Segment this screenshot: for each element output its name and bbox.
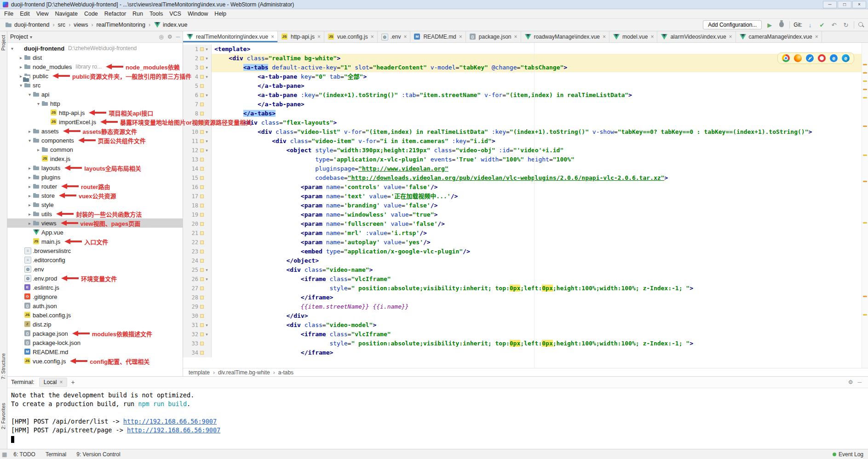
close-icon[interactable]: × — [59, 379, 63, 385]
fold-icon[interactable]: ▾ — [204, 275, 210, 284]
code-line-34[interactable]: 34 </iframe> — [183, 348, 862, 357]
code-line-11[interactable]: 11▾ <div class="video-item" v-for="i in … — [183, 137, 862, 146]
chevron-down-icon[interactable]: ▾ — [18, 83, 24, 88]
tree-item-http-api-js[interactable]: http-api.js项目相关api接口 — [7, 108, 183, 117]
hide-panel-icon[interactable]: ─ — [176, 34, 180, 40]
code-line-14[interactable]: 14 pluginspage="http://www.videolan.org" — [183, 164, 862, 173]
tree-item-dist-zip[interactable]: dist.zip — [7, 320, 183, 329]
chevron-down-icon[interactable]: ▾ — [30, 34, 32, 40]
chevron-right-icon[interactable]: ▸ — [18, 64, 24, 69]
stripe-project[interactable]: Project — [0, 35, 6, 51]
editor-tab-realtimemonitoring-index-vue[interactable]: realTimeMonitoring\index.vue× — [183, 31, 278, 42]
close-tab-icon[interactable]: × — [514, 34, 517, 40]
close-tab-icon[interactable]: × — [459, 34, 462, 40]
editor-tab-http-api-js[interactable]: http-api.js× — [278, 31, 324, 42]
git-update-button[interactable]: ↓ — [806, 22, 814, 29]
menu-file[interactable]: File — [1, 10, 17, 18]
chevron-right-icon[interactable]: ▸ — [18, 55, 24, 60]
statusbar-9-version-control[interactable]: 9: Version Control — [76, 451, 120, 458]
code-line-22[interactable]: 22 <param name='autoplay' value='yes'/> — [183, 238, 862, 247]
tree-item-package-json[interactable]: package.jsonmodules依赖描述文件 — [7, 329, 183, 338]
tree-item-env-prod[interactable]: .env.prod环境变量文件 — [7, 274, 183, 283]
code-line-6[interactable]: 6▾ <a-tab-pane :key="(index+1).toString(… — [183, 91, 862, 100]
breadcrumb-item-index-vue[interactable]: index.vue — [152, 21, 189, 29]
chevron-down-icon[interactable]: ▾ — [35, 101, 41, 106]
close-tab-icon[interactable]: × — [317, 34, 321, 40]
tree-item-public[interactable]: ▸publicpublic资源文件夹，一般放引用的第三方插件 — [7, 71, 183, 80]
fold-icon[interactable]: ▾ — [204, 146, 210, 155]
chevron-right-icon[interactable]: ▸ — [27, 166, 33, 171]
code-line-5[interactable]: 5 </a-tab-pane> — [183, 81, 862, 91]
code-line-2[interactable]: 2▾ <div class="realTime bg-white"> — [183, 54, 862, 63]
close-tab-icon[interactable]: × — [650, 34, 654, 40]
chrome-browser-icon[interactable] — [782, 54, 790, 62]
opera-browser-icon[interactable] — [818, 54, 826, 62]
tree-item-views[interactable]: ▸viewsview视图、pages页面 — [7, 218, 183, 228]
close-tab-icon[interactable]: × — [729, 34, 732, 40]
code-line-27[interactable]: 27 style=" position:absolute;visibility:… — [183, 284, 862, 293]
code-line-31[interactable]: 31▾ <div class="video-model"> — [183, 321, 862, 330]
tree-item-readme-md[interactable]: README.md — [7, 347, 183, 356]
code-line-16[interactable]: 16 <param name='controls' value='false'/… — [183, 183, 862, 192]
editor-scrollbar[interactable] — [862, 43, 868, 368]
gear-icon[interactable]: ⚙ — [167, 34, 172, 40]
tree-item-dist[interactable]: ▸dist — [7, 53, 183, 62]
git-revert-button[interactable]: ↶ — [830, 22, 838, 29]
code-line-26[interactable]: 26▾ <iframe class="vlcIframe" — [183, 275, 862, 284]
editor-tab-roadwaymanage-index-vue[interactable]: roadwayManage\index.vue× — [521, 31, 609, 42]
fold-icon[interactable]: ▾ — [204, 54, 210, 63]
tree-item-utils[interactable]: ▸utils封装的一些公共函数方法 — [7, 209, 183, 218]
tree-item-src[interactable]: ▾src — [7, 80, 183, 90]
code-area[interactable]: 1▾<template>2▾ <div class="realTime bg-w… — [183, 43, 862, 368]
chevron-right-icon[interactable]: ▸ — [27, 212, 33, 217]
close-tab-icon[interactable]: × — [403, 34, 407, 40]
breadcrumb-item-src[interactable]: src — [56, 21, 67, 29]
close-tab-icon[interactable]: × — [371, 34, 374, 40]
terminal-tab-local[interactable]: Local× — [39, 378, 68, 387]
code-line-18[interactable]: 18 <param name='branding' value='false'/… — [183, 201, 862, 210]
internet-explorer-browser-icon[interactable] — [830, 54, 838, 62]
code-line-30[interactable]: 30 </div> — [183, 311, 862, 321]
chevron-down-icon[interactable]: ▾ — [27, 138, 33, 143]
new-terminal-tab-button[interactable]: + — [71, 379, 75, 386]
stripe-7-structure[interactable]: 7: Structure — [0, 353, 6, 379]
tree-item-node-modules[interactable]: ▸node_moduleslibrary ro...node_modules依赖 — [7, 62, 183, 71]
editor-tab-env[interactable]: .env× — [378, 31, 411, 42]
safari-browser-icon[interactable] — [806, 54, 814, 62]
tree-item-vue-config-js[interactable]: vue.config.jsconfig配置、代理相关 — [7, 356, 183, 366]
tree-item-app-vue[interactable]: App.vue — [7, 228, 183, 237]
tree-item-env[interactable]: .env — [7, 264, 183, 274]
maximize-button[interactable]: □ — [838, 1, 851, 8]
fold-icon[interactable]: ▾ — [204, 91, 210, 100]
breadcrumb-item-duoji-frontend[interactable]: duoji-frontend — [4, 21, 51, 29]
close-tab-icon[interactable]: × — [815, 34, 818, 40]
tree-item-babel-config-js[interactable]: babel.config.js — [7, 310, 183, 320]
firefox-browser-icon[interactable] — [794, 54, 802, 62]
tree-item-package-lock-json[interactable]: package-lock.json — [7, 338, 183, 347]
tree-item-eslintrc-js[interactable]: .eslintrc.js — [7, 283, 183, 292]
close-tab-icon[interactable]: × — [603, 34, 606, 40]
code-line-3[interactable]: 3▾ <a-tabs default-active-key="1" slot="… — [183, 63, 862, 72]
code-line-29[interactable]: 29 {{item.streetName}} {{i.name}} — [183, 302, 862, 311]
editor-tab-readme-md[interactable]: README.md× — [410, 31, 466, 42]
debug-button[interactable] — [777, 22, 786, 29]
code-line-21[interactable]: 21 <param name='mrl' :value='i.rtsp'/> — [183, 229, 862, 238]
code-line-13[interactable]: 13 type='application/x-vlc-plugin' event… — [183, 155, 862, 164]
fold-icon[interactable]: ▾ — [204, 330, 210, 339]
menu-help[interactable]: Help — [211, 10, 230, 18]
run-button[interactable]: ▶ — [765, 22, 774, 29]
code-line-7[interactable]: 7 </a-tab-pane> — [183, 100, 862, 109]
menu-refactor[interactable]: Refactor — [101, 10, 129, 18]
menu-tools[interactable]: Tools — [146, 10, 166, 18]
git-history-button[interactable]: ↻ — [842, 22, 850, 29]
editor-tab-cameramanage-index-vue[interactable]: cameraManage\index.vue× — [736, 31, 822, 42]
fold-icon[interactable]: ▾ — [204, 265, 210, 275]
menu-run[interactable]: Run — [129, 10, 146, 18]
toolwindow-toggle-icon[interactable]: ▦ — [2, 451, 7, 458]
tree-item-assets[interactable]: ▸assetsassets静态资源文件 — [7, 126, 183, 136]
code-breadcrumb-div-realtime-bg-white[interactable]: div.realTime.bg-white — [217, 369, 271, 376]
menu-edit[interactable]: Edit — [17, 10, 33, 18]
terminal-link[interactable]: http://192.168.66.56:9007 — [123, 418, 217, 425]
menu-navigate[interactable]: Navigate — [52, 10, 81, 18]
chevron-down-icon[interactable]: ▾ — [9, 46, 15, 51]
